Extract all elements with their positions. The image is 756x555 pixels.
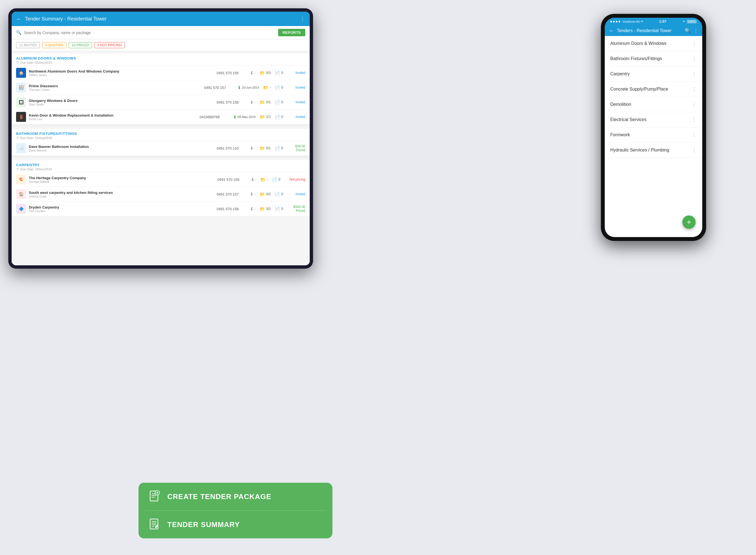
addenda-icon: 📁 0/2 <box>260 191 271 197</box>
reports-button[interactable]: REPORTS <box>278 29 305 36</box>
phone-header: ← Tenders - Residential Tower 🔍 ⋮ <box>605 25 702 36</box>
table-row[interactable]: 🪟 Prime Glassworx Thomas Cohen 0491 570 … <box>12 80 310 95</box>
list-item-label: Carpentry <box>610 72 692 77</box>
list-item-menu-icon[interactable]: ⋮ <box>692 40 697 46</box>
addenda-icon: 📁 - <box>260 177 268 182</box>
contractor-info: Northwest Aluminium Doors And Windows Co… <box>29 69 214 77</box>
list-item[interactable]: Electrical Services ⋮ <box>605 112 702 127</box>
table-row[interactable]: 🛁 Dave Banner Bathroom Installation Dave… <box>12 141 310 156</box>
contractor-phone: 0491 570 110 <box>217 146 247 151</box>
create-tender-label: CREATE TENDER PACKAGE <box>167 493 271 501</box>
list-item-menu-icon[interactable]: ⋮ <box>692 56 697 62</box>
battery-indicator: 100% <box>687 20 697 24</box>
section-aluminum-title: ALUMINUM DOORS & WINDOWS <box>16 56 305 60</box>
filter-quoting-badge[interactable]: 4 QUOTING <box>42 42 67 48</box>
contractor-actions: ⬇ - 📁 0/2 📄 0 <box>250 206 283 212</box>
svg-rect-7 <box>150 519 158 529</box>
list-item[interactable]: Formwork ⋮ <box>605 127 702 143</box>
contractor-info: The Heritage Carpentry Company George St… <box>29 176 215 183</box>
tender-summary-button[interactable]: TENDER SUMMARY <box>148 517 324 532</box>
download-icon: ⬇ - <box>250 70 256 76</box>
contractor-actions: ⬇ - 📁 0/1 📄 0 <box>250 146 283 151</box>
filter-priced-badge[interactable]: 10 PRICED <box>69 42 92 48</box>
status-badge: $38.00Priced <box>286 144 305 152</box>
table-row[interactable]: 🔲 Glengarry Windows & Doors Glen Smith 0… <box>12 95 310 110</box>
contractor-info: Dryden Carpentry Tom Dryden <box>29 205 214 213</box>
addenda-icon: 📁 1/1 <box>260 114 271 120</box>
section-bathroom-title: BATHROOM FIXTURES/FITTINGS <box>16 132 305 136</box>
download-icon: ⬇ - <box>250 191 256 197</box>
contractor-info: Glengarry Windows & Doors Glen Smith <box>29 98 214 106</box>
tablet-content: ALUMINUM DOORS & WINDOWS ⏱ Due Date: 02/… <box>12 51 310 265</box>
contractor-actions: ⬇ 08-May-2019 📁 1/1 📄 0 <box>233 114 283 120</box>
list-item-label: Aluminum Doors & Windows <box>610 41 692 46</box>
signal-dot <box>610 21 612 23</box>
contractor-contact: Tom Dryden <box>29 209 214 213</box>
contractor-info: South west carpentry and kitchen fitting… <box>29 190 214 198</box>
contractor-logo: 🏗 <box>16 174 26 184</box>
filter-not-pricing-badge[interactable]: 3 NOT PRICING <box>94 42 125 48</box>
list-item[interactable]: Hydraulic Services / Plumbing ⋮ <box>605 143 702 158</box>
docs-icon: 📄 0 <box>275 146 283 151</box>
wifi-icon: ▾ <box>641 20 643 23</box>
phone-status-bar: Vodafone AU ▾ 1:57 ✦ 100% <box>605 18 702 25</box>
contractor-phone: 0491 570 156 <box>217 177 248 182</box>
list-item-menu-icon[interactable]: ⋮ <box>692 147 697 153</box>
list-item[interactable]: Bathroom Fixtures/Fittings ⋮ <box>605 51 702 67</box>
list-item[interactable]: Carpentry ⋮ <box>605 67 702 82</box>
contractor-phone: 0416889768 <box>200 115 230 119</box>
list-item-menu-icon[interactable]: ⋮ <box>692 86 697 92</box>
list-item-menu-icon[interactable]: ⋮ <box>692 101 697 108</box>
list-item-menu-icon[interactable]: ⋮ <box>692 117 697 123</box>
phone-search-icon[interactable]: 🔍 <box>684 28 690 34</box>
phone-screen: Vodafone AU ▾ 1:57 ✦ 100% ← Tenders - Re… <box>605 18 702 237</box>
contractor-name: Dryden Carpentry <box>29 205 214 209</box>
list-item-menu-icon[interactable]: ⋮ <box>692 71 697 77</box>
list-item[interactable]: Demolition ⋮ <box>605 97 702 112</box>
search-input[interactable] <box>24 31 278 35</box>
section-carpentry-title: CARPENTRY <box>16 163 305 167</box>
status-badge: Not pricing <box>283 177 305 181</box>
tablet-search-bar: 🔍 REPORTS <box>12 26 310 39</box>
phone-device: Vodafone AU ▾ 1:57 ✦ 100% ← Tenders - Re… <box>601 14 706 241</box>
table-row[interactable]: 🏗 The Heritage Carpentry Company George … <box>12 172 310 187</box>
list-item[interactable]: Aluminum Doors & Windows ⋮ <box>605 36 702 51</box>
contractor-contact: Kevin Lee <box>29 118 197 121</box>
list-item-menu-icon[interactable]: ⋮ <box>692 132 697 138</box>
phone-back-button[interactable]: ← <box>608 28 614 34</box>
tender-summary-label: TENDER SUMMARY <box>167 520 240 529</box>
list-item[interactable]: Concrete Supply/Pump/Place ⋮ <box>605 82 702 97</box>
status-left: Vodafone AU ▾ <box>610 20 643 23</box>
bluetooth-icon: ✦ <box>683 20 685 23</box>
table-row[interactable]: 🏠 South west carpentry and kitchen fitti… <box>12 187 310 202</box>
section-aluminum-due: ⏱ Due Date: 02/Dec/2019 <box>16 61 305 64</box>
addenda-icon: 📁 0/1 <box>260 146 271 151</box>
contractor-info: Dave Banner Bathroom Installation Dave B… <box>29 144 214 152</box>
status-badge: Invited <box>286 100 305 104</box>
create-tender-package-button[interactable]: CREATE TENDER PACKAGE <box>148 489 324 504</box>
table-row[interactable]: 🏠 Northwest Aluminium Doors And Windows … <box>12 66 310 80</box>
contractor-name: Northwest Aluminium Doors And Windows Co… <box>29 69 214 73</box>
download-icon: ⬇ - <box>250 206 256 212</box>
status-badge: Invited <box>286 115 305 119</box>
contractor-phone: 0491 570 158 <box>217 207 247 211</box>
status-time: 1:57 <box>659 19 667 24</box>
create-tender-icon <box>148 489 162 504</box>
tablet-header-menu-button[interactable]: ⋮ <box>300 15 305 22</box>
table-row[interactable]: 🔷 Dryden Carpentry Tom Dryden 0491 570 1… <box>12 202 310 216</box>
section-aluminum-header: ALUMINUM DOORS & WINDOWS ⏱ Due Date: 02/… <box>12 53 310 66</box>
contractor-actions: ⬇ - 📁 0/2 📄 0 <box>250 191 283 197</box>
tablet-back-button[interactable]: ← <box>16 16 22 22</box>
list-item-label: Demolition <box>610 102 692 107</box>
tender-summary-icon <box>148 517 162 532</box>
status-badge: $900.00Priced <box>286 205 305 213</box>
contractor-actions: ⬇ - 📁 0/3 📄 0 <box>250 70 283 76</box>
contractor-info: Prime Glassworx Thomas Cohen <box>29 84 201 91</box>
status-badge: Invited <box>286 192 305 196</box>
clock-icon: ⏱ <box>16 136 19 139</box>
fab-add-button[interactable]: + <box>682 215 696 229</box>
table-row[interactable]: 🚪 Kevin Door & Window Replacement & Inst… <box>12 110 310 124</box>
filter-invited-badge[interactable]: 11 INVITED <box>16 42 40 48</box>
phone-menu-button[interactable]: ⋮ <box>694 28 699 34</box>
status-right: ✦ 100% <box>683 20 697 24</box>
